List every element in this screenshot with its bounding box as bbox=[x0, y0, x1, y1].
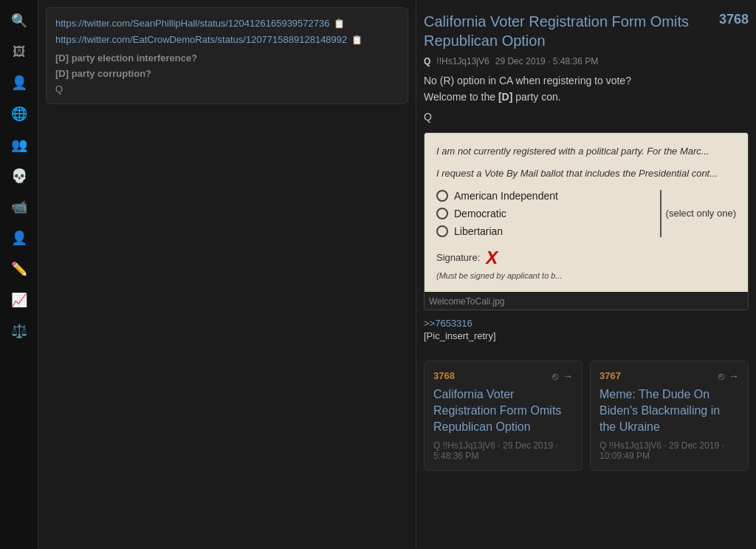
body-line-1: No (R) option in CA when registering to … bbox=[424, 72, 749, 89]
main-right-post: California Voter Registration Form Omits… bbox=[424, 7, 749, 346]
signature-label: Signature: bbox=[436, 252, 480, 263]
tag-election: [D] party election interference? bbox=[55, 52, 399, 64]
party-label-3: Libertarian bbox=[454, 225, 503, 237]
post-username: !!Hs1Jq13jV6 bbox=[436, 56, 489, 67]
twitter-link-1[interactable]: https://twitter.com/SeanPhillipHall/stat… bbox=[55, 18, 329, 29]
pen-icon[interactable]: ✏️ bbox=[6, 256, 32, 282]
link-reference[interactable]: >>7653316 bbox=[424, 318, 749, 329]
bracket-container: (select only one) bbox=[654, 190, 736, 237]
card-meta-3768: Q !!Hs1Jq13jV6 · 29 Dec 2019 · 5:48:36 P… bbox=[433, 440, 573, 461]
card-actions-3768: ⎋ → bbox=[552, 370, 573, 382]
d-tag-2: [D] bbox=[55, 68, 69, 79]
post-image-container: I am not currently registered with a pol… bbox=[424, 132, 749, 310]
post-number: 3768 bbox=[719, 12, 749, 27]
tag-corruption: [D] party corruption? bbox=[55, 68, 399, 79]
right-panel: California Voter Registration Form Omits… bbox=[416, 0, 756, 549]
main-content: https://twitter.com/SeanPhillipHall/stat… bbox=[38, 0, 756, 549]
share-icon-3767[interactable]: ⎋ bbox=[718, 370, 724, 382]
form-text-line2: I request a Vote By Mail ballot that inc… bbox=[436, 167, 736, 180]
post-timestamp: 29 Dec 2019 · 5:48:36 PM bbox=[495, 56, 598, 67]
card-meta-3767: Q !!Hs1Jq13jV6 · 29 Dec 2019 · 10:09:49 … bbox=[599, 440, 739, 461]
tag-election-text: party election interference? bbox=[72, 52, 198, 64]
share-icon-3768[interactable]: ⎋ bbox=[552, 370, 558, 382]
body-text-1: No (R) option in CA when registering to … bbox=[424, 75, 631, 86]
must-sign-text: (Must be signed by applicant to b... bbox=[436, 271, 736, 280]
globe-icon[interactable]: 🌐 bbox=[6, 100, 32, 127]
radio-democratic[interactable] bbox=[436, 208, 448, 219]
radio-american-independent[interactable] bbox=[436, 190, 448, 202]
search-icon[interactable]: 🔍 bbox=[6, 7, 32, 34]
x-mark: X bbox=[486, 248, 498, 268]
left-q-label: Q bbox=[55, 83, 399, 95]
video-icon[interactable]: 📹 bbox=[6, 194, 32, 220]
profile-icon[interactable]: 👤 bbox=[6, 225, 32, 251]
image-filename-container: WelcomeToCali.jpg bbox=[425, 292, 748, 310]
party-label-1: American Independent bbox=[454, 190, 558, 202]
post-meta: Q !!Hs1Jq13jV6 29 Dec 2019 · 5:48:36 PM bbox=[424, 56, 749, 67]
left-post-card: https://twitter.com/SeanPhillipHall/stat… bbox=[46, 7, 408, 104]
left-panel: https://twitter.com/SeanPhillipHall/stat… bbox=[38, 0, 416, 549]
card-title-3767[interactable]: Meme: The Dude On Biden's Blackmailing i… bbox=[599, 386, 739, 436]
bottom-cards-row: 3768 ⎋ → California Voter Registration F… bbox=[424, 361, 749, 471]
scale-icon[interactable]: ⚖️ bbox=[6, 318, 32, 344]
party-options: American Independent Democratic Libertar… bbox=[436, 190, 736, 237]
bottom-card-3768: 3768 ⎋ → California Voter Registration F… bbox=[424, 361, 583, 471]
body-text-2-prefix: Welcome to the bbox=[424, 91, 498, 103]
trending-icon[interactable]: 📈 bbox=[6, 287, 32, 313]
post-body: No (R) option in CA when registering to … bbox=[424, 72, 749, 125]
clipboard-icon-1[interactable]: 📋 bbox=[334, 18, 345, 29]
body-q: Q bbox=[424, 109, 749, 125]
d-tag-1: [D] bbox=[55, 52, 69, 64]
signature-line: Signature: X bbox=[436, 248, 736, 268]
image-gallery-icon[interactable]: 🖼 bbox=[6, 38, 32, 65]
card-number-3767: 3767 bbox=[599, 370, 621, 381]
sidebar: 🔍 🖼 👤 🌐 👥 💀 📹 👤 ✏️ 📈 ⚖️ bbox=[0, 0, 38, 549]
party-label-2: Democratic bbox=[454, 208, 506, 219]
q-label: Q bbox=[424, 56, 430, 67]
bottom-card-3767: 3767 ⎋ → Meme: The Dude On Biden's Black… bbox=[590, 361, 749, 471]
body-line-2: Welcome to the [D] party con. bbox=[424, 89, 749, 105]
pic-insert: [Pic_insert_retry] bbox=[424, 330, 749, 341]
body-text-2-suffix: party con. bbox=[512, 91, 560, 103]
card-header-3767: 3767 ⎋ → bbox=[599, 370, 739, 382]
bracket-label: (select only one) bbox=[666, 208, 736, 219]
clipboard-icon-2[interactable]: 📋 bbox=[351, 35, 362, 45]
twitter-link-2[interactable]: https://twitter.com/EatCrowDemoRats/stat… bbox=[55, 34, 347, 45]
post-image: I am not currently registered with a pol… bbox=[425, 133, 748, 291]
card-header-3768: 3768 ⎋ → bbox=[433, 370, 573, 382]
card-number-3768: 3768 bbox=[433, 370, 455, 381]
card-title-3768[interactable]: California Voter Registration Form Omits… bbox=[433, 386, 573, 436]
skull-icon[interactable]: 💀 bbox=[6, 163, 32, 189]
user-icon[interactable]: 👤 bbox=[6, 69, 32, 96]
image-filename: WelcomeToCali.jpg bbox=[429, 293, 505, 310]
link-icon-3767[interactable]: → bbox=[729, 370, 739, 382]
link-icon-3768[interactable]: → bbox=[563, 370, 573, 382]
card-actions-3767: ⎋ → bbox=[718, 370, 739, 382]
link-item-2: https://twitter.com/EatCrowDemoRats/stat… bbox=[55, 33, 399, 45]
people-icon[interactable]: 👥 bbox=[6, 132, 32, 158]
tag-corruption-text: party corruption? bbox=[72, 68, 151, 79]
post-header: California Voter Registration Form Omits… bbox=[424, 12, 749, 50]
body-d-tag: [D] bbox=[498, 91, 512, 103]
link-item-1: https://twitter.com/SeanPhillipHall/stat… bbox=[55, 17, 399, 29]
radio-libertarian[interactable] bbox=[436, 225, 448, 237]
form-text-line1: I am not currently registered with a pol… bbox=[436, 145, 736, 158]
post-title: California Voter Registration Form Omits… bbox=[424, 12, 713, 50]
bracket-line bbox=[660, 190, 662, 237]
